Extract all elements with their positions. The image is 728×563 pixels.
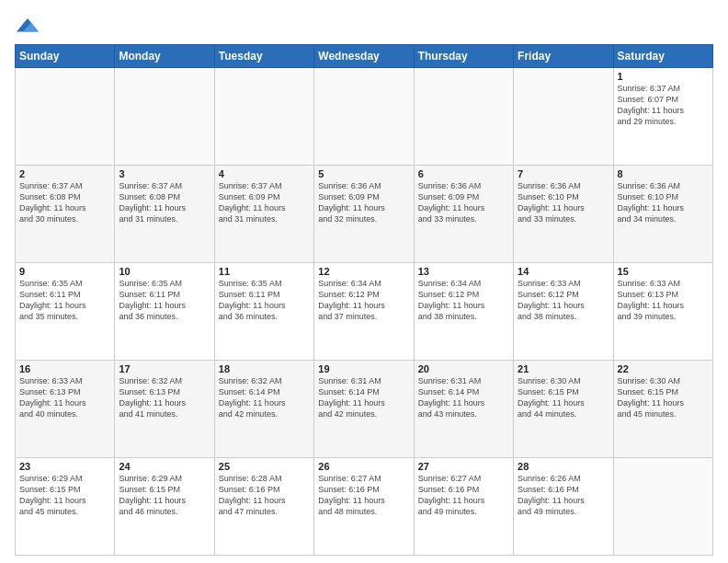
- calendar-cell: 18Sunrise: 6:32 AM Sunset: 6:14 PM Dayli…: [214, 361, 313, 458]
- calendar-cell: 15Sunrise: 6:33 AM Sunset: 6:13 PM Dayli…: [613, 263, 712, 361]
- day-number: 16: [19, 363, 110, 374]
- day-info: Sunrise: 6:27 AM Sunset: 6:16 PM Dayligh…: [418, 473, 509, 518]
- day-number: 27: [418, 461, 509, 472]
- calendar-cell: 9Sunrise: 6:35 AM Sunset: 6:11 PM Daylig…: [16, 263, 115, 361]
- day-info: Sunrise: 6:37 AM Sunset: 6:08 PM Dayligh…: [119, 180, 210, 225]
- day-number: 22: [618, 363, 709, 374]
- day-number: 14: [518, 266, 609, 277]
- day-number: 13: [418, 266, 509, 277]
- day-info: Sunrise: 6:35 AM Sunset: 6:11 PM Dayligh…: [119, 278, 210, 323]
- calendar-cell: 22Sunrise: 6:30 AM Sunset: 6:15 PM Dayli…: [613, 361, 712, 458]
- day-number: 23: [19, 461, 110, 472]
- day-info: Sunrise: 6:31 AM Sunset: 6:14 PM Dayligh…: [418, 375, 509, 420]
- weekday-header-friday: Friday: [514, 45, 613, 68]
- calendar-cell: 7Sunrise: 6:36 AM Sunset: 6:10 PM Daylig…: [514, 166, 613, 263]
- day-info: Sunrise: 6:35 AM Sunset: 6:11 PM Dayligh…: [19, 278, 110, 323]
- day-info: Sunrise: 6:30 AM Sunset: 6:15 PM Dayligh…: [618, 375, 709, 420]
- day-info: Sunrise: 6:32 AM Sunset: 6:13 PM Dayligh…: [119, 375, 210, 420]
- weekday-header-monday: Monday: [115, 45, 214, 68]
- page: SundayMondayTuesdayWednesdayThursdayFrid…: [0, 0, 728, 563]
- day-info: Sunrise: 6:37 AM Sunset: 6:09 PM Dayligh…: [219, 180, 310, 225]
- calendar-cell: 25Sunrise: 6:28 AM Sunset: 6:16 PM Dayli…: [214, 458, 313, 556]
- calendar-cell: [115, 68, 214, 166]
- day-info: Sunrise: 6:37 AM Sunset: 6:08 PM Dayligh…: [19, 180, 110, 225]
- calendar-cell: 12Sunrise: 6:34 AM Sunset: 6:12 PM Dayli…: [314, 263, 414, 361]
- calendar-cell: 20Sunrise: 6:31 AM Sunset: 6:14 PM Dayli…: [414, 361, 513, 458]
- header: [15, 15, 713, 37]
- day-info: Sunrise: 6:34 AM Sunset: 6:12 PM Dayligh…: [418, 278, 509, 323]
- week-row-5: 23Sunrise: 6:29 AM Sunset: 6:15 PM Dayli…: [16, 458, 713, 556]
- day-number: 4: [219, 168, 310, 179]
- calendar-cell: [16, 68, 115, 166]
- week-row-2: 2Sunrise: 6:37 AM Sunset: 6:08 PM Daylig…: [16, 166, 713, 263]
- weekday-header-tuesday: Tuesday: [214, 45, 313, 68]
- calendar-cell: 8Sunrise: 6:36 AM Sunset: 6:10 PM Daylig…: [613, 166, 712, 263]
- day-info: Sunrise: 6:28 AM Sunset: 6:16 PM Dayligh…: [219, 473, 310, 518]
- weekday-header-sunday: Sunday: [16, 45, 115, 68]
- day-number: 5: [318, 168, 409, 179]
- calendar-cell: 14Sunrise: 6:33 AM Sunset: 6:12 PM Dayli…: [514, 263, 613, 361]
- day-info: Sunrise: 6:29 AM Sunset: 6:15 PM Dayligh…: [19, 473, 110, 518]
- day-info: Sunrise: 6:36 AM Sunset: 6:09 PM Dayligh…: [318, 180, 409, 225]
- day-info: Sunrise: 6:35 AM Sunset: 6:11 PM Dayligh…: [219, 278, 310, 323]
- day-number: 21: [518, 363, 609, 374]
- day-number: 10: [119, 266, 210, 277]
- week-row-3: 9Sunrise: 6:35 AM Sunset: 6:11 PM Daylig…: [16, 263, 713, 361]
- calendar-cell: 21Sunrise: 6:30 AM Sunset: 6:15 PM Dayli…: [514, 361, 613, 458]
- logo-icon: [17, 15, 39, 37]
- calendar-cell: 28Sunrise: 6:26 AM Sunset: 6:16 PM Dayli…: [514, 458, 613, 556]
- day-number: 11: [219, 266, 310, 277]
- weekday-header-thursday: Thursday: [414, 45, 513, 68]
- calendar-cell: 2Sunrise: 6:37 AM Sunset: 6:08 PM Daylig…: [16, 166, 115, 263]
- day-number: 7: [518, 168, 609, 179]
- calendar-cell: 5Sunrise: 6:36 AM Sunset: 6:09 PM Daylig…: [314, 166, 414, 263]
- calendar-table: SundayMondayTuesdayWednesdayThursdayFrid…: [15, 44, 713, 556]
- day-info: Sunrise: 6:29 AM Sunset: 6:15 PM Dayligh…: [119, 473, 210, 518]
- day-number: 17: [119, 363, 210, 374]
- weekday-header-wednesday: Wednesday: [314, 45, 414, 68]
- day-number: 15: [618, 266, 709, 277]
- day-number: 2: [19, 168, 110, 179]
- day-info: Sunrise: 6:27 AM Sunset: 6:16 PM Dayligh…: [318, 473, 409, 518]
- calendar-cell: 23Sunrise: 6:29 AM Sunset: 6:15 PM Dayli…: [16, 458, 115, 556]
- day-info: Sunrise: 6:36 AM Sunset: 6:09 PM Dayligh…: [418, 180, 509, 225]
- day-number: 6: [418, 168, 509, 179]
- day-number: 19: [318, 363, 409, 374]
- calendar-cell: 10Sunrise: 6:35 AM Sunset: 6:11 PM Dayli…: [115, 263, 214, 361]
- calendar-cell: 4Sunrise: 6:37 AM Sunset: 6:09 PM Daylig…: [214, 166, 313, 263]
- day-info: Sunrise: 6:31 AM Sunset: 6:14 PM Dayligh…: [318, 375, 409, 420]
- day-number: 12: [318, 266, 409, 277]
- logo: [15, 15, 39, 37]
- day-info: Sunrise: 6:36 AM Sunset: 6:10 PM Dayligh…: [618, 180, 709, 225]
- calendar-cell: 11Sunrise: 6:35 AM Sunset: 6:11 PM Dayli…: [214, 263, 313, 361]
- calendar-cell: 6Sunrise: 6:36 AM Sunset: 6:09 PM Daylig…: [414, 166, 513, 263]
- day-number: 20: [418, 363, 509, 374]
- calendar-cell: 19Sunrise: 6:31 AM Sunset: 6:14 PM Dayli…: [314, 361, 414, 458]
- day-number: 24: [119, 461, 210, 472]
- calendar-cell: [514, 68, 613, 166]
- day-number: 18: [219, 363, 310, 374]
- day-info: Sunrise: 6:36 AM Sunset: 6:10 PM Dayligh…: [518, 180, 609, 225]
- day-info: Sunrise: 6:34 AM Sunset: 6:12 PM Dayligh…: [318, 278, 409, 323]
- day-number: 3: [119, 168, 210, 179]
- day-info: Sunrise: 6:33 AM Sunset: 6:12 PM Dayligh…: [518, 278, 609, 323]
- day-number: 25: [219, 461, 310, 472]
- calendar-cell: 27Sunrise: 6:27 AM Sunset: 6:16 PM Dayli…: [414, 458, 513, 556]
- day-number: 8: [618, 168, 709, 179]
- day-number: 1: [618, 71, 709, 82]
- day-info: Sunrise: 6:37 AM Sunset: 6:07 PM Dayligh…: [618, 83, 709, 128]
- calendar-cell: 17Sunrise: 6:32 AM Sunset: 6:13 PM Dayli…: [115, 361, 214, 458]
- day-number: 9: [19, 266, 110, 277]
- calendar-cell: 3Sunrise: 6:37 AM Sunset: 6:08 PM Daylig…: [115, 166, 214, 263]
- calendar-cell: 24Sunrise: 6:29 AM Sunset: 6:15 PM Dayli…: [115, 458, 214, 556]
- calendar-cell: [214, 68, 313, 166]
- day-number: 28: [518, 461, 609, 472]
- calendar-cell: 1Sunrise: 6:37 AM Sunset: 6:07 PM Daylig…: [613, 68, 712, 166]
- week-row-4: 16Sunrise: 6:33 AM Sunset: 6:13 PM Dayli…: [16, 361, 713, 458]
- day-number: 26: [318, 461, 409, 472]
- day-info: Sunrise: 6:32 AM Sunset: 6:14 PM Dayligh…: [219, 375, 310, 420]
- week-row-1: 1Sunrise: 6:37 AM Sunset: 6:07 PM Daylig…: [16, 68, 713, 166]
- calendar-cell: 13Sunrise: 6:34 AM Sunset: 6:12 PM Dayli…: [414, 263, 513, 361]
- calendar-cell: [613, 458, 712, 556]
- day-info: Sunrise: 6:26 AM Sunset: 6:16 PM Dayligh…: [518, 473, 609, 518]
